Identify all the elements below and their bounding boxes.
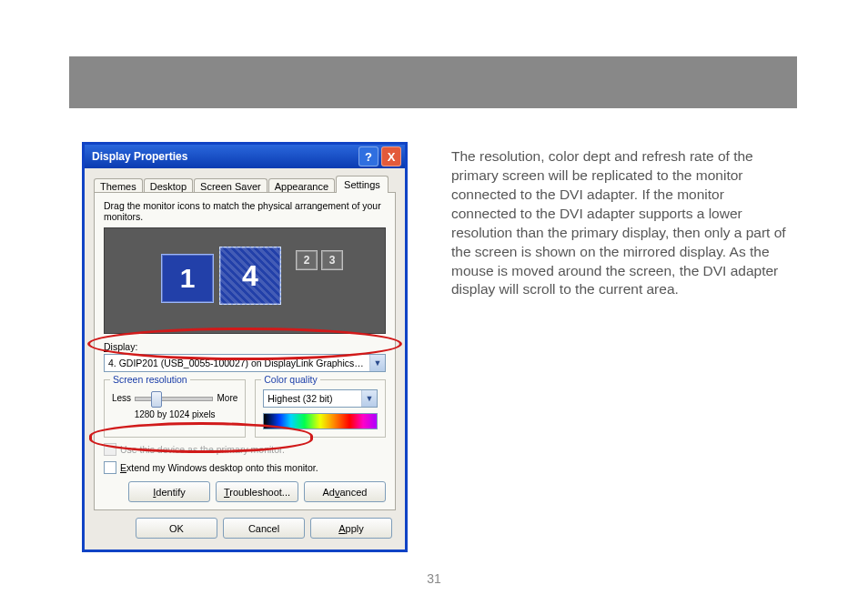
monitor-arrangement-area[interactable]: 1 4 2 3 <box>104 227 386 334</box>
less-label: Less <box>112 393 131 403</box>
document-header-bar <box>69 56 797 108</box>
dialog-titlebar[interactable]: Display Properties ? X <box>85 145 405 168</box>
use-primary-checkbox <box>104 443 116 456</box>
screen-resolution-legend: Screen resolution <box>110 374 190 385</box>
titlebar-close-button[interactable]: X <box>381 146 401 166</box>
resolution-value-text: 1280 by 1024 pixels <box>112 409 237 419</box>
color-quality-group: Color quality Highest (32 bit) ▼ <box>255 379 386 438</box>
tabstrip: Themes Desktop Screen Saver Appearance S… <box>94 176 396 193</box>
color-spectrum-bar <box>263 413 378 429</box>
cancel-button[interactable]: Cancel <box>223 518 305 539</box>
screen-resolution-group: Screen resolution Less More 1280 by 1024… <box>104 379 246 438</box>
use-primary-checkbox-row: Use this device as the primary monitor. <box>104 443 386 456</box>
display-properties-dialog: Display Properties ? X Themes Desktop Sc… <box>82 142 408 552</box>
titlebar-help-button[interactable]: ? <box>358 146 378 166</box>
dialog-footer-buttons: OK Cancel Apply <box>94 510 396 540</box>
extend-desktop-label: Extend my Windows desktop onto this moni… <box>120 462 318 473</box>
identify-button[interactable]: Identify <box>128 481 210 502</box>
apply-button[interactable]: Apply <box>310 518 392 539</box>
chevron-down-icon: ▼ <box>361 390 377 407</box>
display-label: Display: <box>104 341 386 352</box>
display-select[interactable]: 4. GDIP201 (USB_0055-100027) on DisplayL… <box>104 354 386 372</box>
color-quality-legend: Color quality <box>261 374 319 385</box>
tab-settings[interactable]: Settings <box>336 176 389 193</box>
help-icon: ? <box>365 150 372 164</box>
dialog-title: Display Properties <box>92 150 187 163</box>
drag-instruction-text: Drag the monitor icons to match the phys… <box>104 200 386 222</box>
extend-desktop-checkbox[interactable] <box>104 461 116 474</box>
color-quality-value: Highest (32 bit) <box>264 393 361 404</box>
monitor-4[interactable]: 4 <box>219 247 281 305</box>
close-icon: X <box>388 150 396 164</box>
resolution-slider[interactable] <box>135 389 213 406</box>
color-quality-select[interactable]: Highest (32 bit) ▼ <box>263 389 378 408</box>
tab-panel-settings: Drag the monitor icons to match the phys… <box>94 192 396 510</box>
monitor-3[interactable]: 3 <box>321 250 343 270</box>
page-number: 31 <box>0 571 868 586</box>
content-area: Display Properties ? X Themes Desktop Sc… <box>82 142 792 552</box>
extend-desktop-checkbox-row[interactable]: Extend my Windows desktop onto this moni… <box>104 461 386 474</box>
use-primary-label: Use this device as the primary monitor. <box>120 444 285 455</box>
chevron-down-icon: ▼ <box>369 355 385 371</box>
monitor-2[interactable]: 2 <box>296 250 318 270</box>
ok-button[interactable]: OK <box>136 518 217 539</box>
more-label: More <box>217 393 237 403</box>
troubleshoot-button[interactable]: Troubleshoot... <box>216 481 298 502</box>
display-select-value: 4. GDIP201 (USB_0055-100027) on DisplayL… <box>105 358 369 368</box>
dialog-body: Themes Desktop Screen Saver Appearance S… <box>85 168 405 550</box>
page-paragraph: The resolution, color dept and refresh r… <box>451 142 792 299</box>
advanced-button[interactable]: Advanced <box>304 481 386 502</box>
monitor-1[interactable]: 1 <box>161 254 214 303</box>
